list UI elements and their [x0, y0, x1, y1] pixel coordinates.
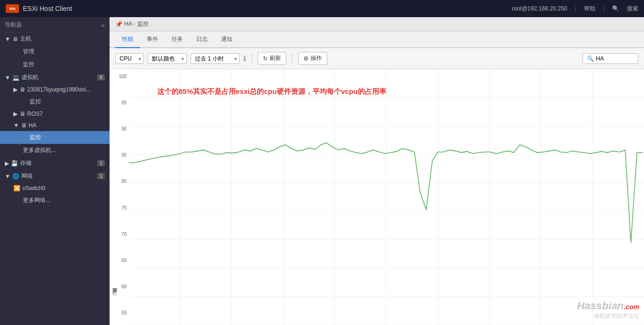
chart-inner: 这个的85%其实不是占用esxi总的cpu硬件资源，平均每个vcpu的占用率 H…	[129, 69, 644, 325]
search-icon: 🔍	[612, 5, 619, 12]
brand-title: ESXi Host Client	[23, 5, 72, 12]
sidebar-item-230817-monitor[interactable]: 监控	[0, 95, 110, 108]
sidebar-host-manage-label: 管理	[23, 48, 34, 56]
refresh-button[interactable]: ↻ 刷新	[258, 52, 286, 65]
vswitch0-label: vSwitch0	[22, 185, 45, 192]
search-box: 🔍	[583, 53, 638, 64]
y-label-70: 70	[111, 232, 127, 237]
y-axis-label: 使用率 (%)	[111, 288, 118, 296]
tab-tasks[interactable]: 任务	[165, 31, 190, 48]
sidebar-item-ha-monitor[interactable]: 监控	[0, 131, 110, 144]
network-label: 网络	[21, 172, 33, 180]
y-label-95: 95	[111, 100, 127, 105]
y-axis: 100 95 90 85 80 75 70 65 60 55	[110, 69, 129, 325]
ha-label: HA	[29, 122, 37, 129]
monitor-230817-label: 监控	[30, 98, 41, 106]
sidebar-ros7-header[interactable]: ▶ 🖥 ROS7	[0, 108, 110, 120]
tab-performance[interactable]: 性能	[115, 31, 140, 48]
ha-monitor-label: 监控	[30, 133, 41, 142]
chart-container: 100 95 90 85 80 75 70 65 60 55	[110, 69, 644, 325]
sidebar-group-vm: ▼ 💻 虚拟机 6 ▶ 🖥 230817liyuqing1990onl... 监…	[0, 71, 110, 157]
tab-events[interactable]: 事件	[140, 31, 165, 48]
layout: 导航器 « ▼ 🖥 主机 管理 监控 ▼ 💻 虚拟机 6	[0, 17, 644, 325]
ha-icon: 🖥	[21, 122, 27, 129]
sidebar-group-host: ▼ 🖥 主机 管理 监控	[0, 32, 110, 71]
storage-icon: 💾	[11, 160, 18, 167]
gear-icon: ⚙	[303, 55, 309, 62]
search-icon: 🔍	[587, 55, 594, 62]
y-label-90: 90	[111, 126, 127, 132]
sidebar-host-header[interactable]: ▼ 🖥 主机	[0, 32, 110, 45]
navigator-header: 导航器 «	[0, 17, 110, 32]
network-badge: 1	[97, 173, 105, 179]
metric-select[interactable]: CPU 内存 磁盘 网络	[115, 53, 144, 64]
time-select-wrapper: 过去 1 小时 过去 6 小时 过去 24 小时	[191, 53, 240, 64]
vm-230817-label: 230817liyuqing1990onl...	[27, 86, 91, 93]
sidebar-vswitch0-header[interactable]: 🔀 vSwitch0	[0, 183, 110, 194]
host-icon: 🖥	[12, 36, 18, 42]
y-label-65: 65	[111, 258, 127, 263]
refresh-icon: ↻	[263, 55, 268, 62]
vswitch0-icon: 🔀	[13, 185, 20, 192]
toolbar: CPU 内存 磁盘 网络 默认颜色 过去 1 小时 过去 6 小时 过去 24 …	[110, 48, 644, 69]
storage-badge: 1	[97, 160, 105, 166]
refresh-label: 刷新	[270, 54, 281, 62]
toolbar-divider-1	[252, 54, 252, 63]
color-select-wrapper: 默认颜色	[148, 53, 187, 64]
network-icon: 🌐	[12, 173, 20, 180]
sidebar-vm-230817-header[interactable]: ▶ 🖥 230817liyuqing1990onl...	[0, 84, 110, 95]
y-label-80: 80	[111, 179, 127, 184]
info-icon[interactable]: ℹ	[243, 55, 246, 62]
vm-expand-icon: ▼	[5, 74, 10, 81]
more-vm-label: 更多虚拟机...	[23, 146, 56, 154]
y-label-100: 100	[111, 74, 127, 79]
breadcrumb-text: HA - 监控	[124, 20, 149, 28]
vm-230817-expand: ▶	[13, 86, 18, 93]
topbar-left: vm ESXi Host Client	[6, 4, 72, 13]
y-label-75: 75	[111, 205, 127, 211]
storage-label: 存储	[20, 159, 31, 167]
vm-icon: 💻	[12, 74, 20, 81]
sidebar-item-host-monitor[interactable]: 监控	[0, 58, 110, 71]
sidebar-vm-header[interactable]: ▼ 💻 虚拟机 6	[0, 71, 110, 84]
color-select[interactable]: 默认颜色	[148, 53, 187, 64]
topbar: vm ESXi Host Client root@192.168.20.250 …	[0, 0, 644, 17]
sidebar-group-storage: ▶ 💾 存储 1	[0, 157, 110, 170]
collapse-icon[interactable]: «	[101, 21, 105, 29]
tab-logs[interactable]: 日志	[190, 31, 214, 48]
ros7-icon: 🖥	[20, 111, 25, 117]
network-expand-icon: ▼	[5, 173, 10, 180]
host-label: 主机	[20, 35, 31, 43]
chart-svg	[129, 69, 644, 325]
topbar-right: root@192.168.20.250 | 帮助 | 🔍 搜索	[512, 5, 638, 13]
sidebar-network-header[interactable]: ▼ 🌐 网络 1	[0, 170, 110, 183]
vm-badge: 6	[97, 74, 105, 81]
sidebar-item-host-manage[interactable]: 管理	[0, 45, 110, 58]
vm-label: 虚拟机	[21, 73, 39, 81]
toolbar-divider-2	[292, 54, 292, 63]
more-network-label: 更多网络...	[23, 196, 50, 204]
tab-notifications[interactable]: 通知	[214, 31, 239, 48]
ros7-expand: ▶	[13, 111, 18, 117]
vm-230817-icon: 🖥	[20, 86, 25, 93]
sidebar-host-monitor-label: 监控	[23, 61, 34, 69]
sidebar-item-more-network[interactable]: 更多网络...	[0, 194, 110, 207]
pin-icon: 📌	[115, 21, 122, 28]
action-label: 操作	[311, 54, 322, 62]
expand-icon: ▼	[5, 36, 10, 42]
sidebar-item-more-vm[interactable]: 更多虚拟机...	[0, 144, 110, 157]
tabs: 性能 事件 任务 日志 通知	[110, 31, 644, 48]
user-menu[interactable]: root@192.168.20.250	[512, 5, 567, 12]
ha-expand: ▼	[13, 122, 19, 129]
sidebar: 导航器 « ▼ 🖥 主机 管理 监控 ▼ 💻 虚拟机 6	[0, 17, 110, 325]
help-menu[interactable]: 帮助	[584, 5, 595, 13]
sidebar-ha-header[interactable]: ▼ 🖥 HA	[0, 120, 110, 131]
search-label[interactable]: 搜索	[627, 5, 638, 13]
y-label-55: 55	[111, 310, 127, 315]
sidebar-storage-header[interactable]: ▶ 💾 存储 1	[0, 157, 110, 170]
y-label-85: 85	[111, 152, 127, 158]
time-select[interactable]: 过去 1 小时 过去 6 小时 过去 24 小时	[191, 53, 240, 64]
search-input[interactable]	[596, 55, 634, 62]
action-button[interactable]: ⚙ 操作	[298, 52, 327, 65]
ros7-label: ROS7	[27, 111, 43, 117]
